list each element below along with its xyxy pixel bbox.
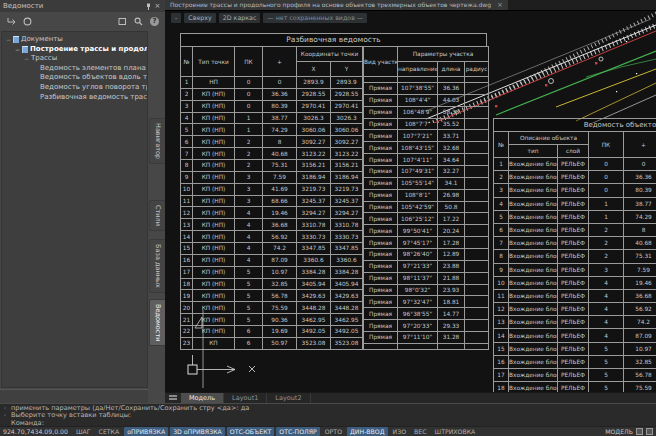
tree-item-label: Документы: [21, 35, 63, 45]
table-cell: 3: [589, 263, 624, 276]
table-cell: РЕЛЬЕФ: [558, 329, 589, 342]
status-toggle-ВЕС[interactable]: ВЕС: [411, 427, 429, 436]
layout-list-icon[interactable]: [165, 393, 181, 403]
table-row: 18КП (НП)532.853405.943405.94: [181, 278, 363, 290]
table-cell: [465, 94, 489, 106]
table-cell: 56.92: [624, 303, 656, 316]
table-cell: 17: [181, 266, 193, 278]
table-cell: КП (НП): [193, 243, 235, 255]
table-cell: 20: [181, 302, 193, 314]
pin-icon[interactable]: [144, 2, 153, 11]
help-icon[interactable]: ?: [150, 17, 159, 26]
tree-item[interactable]: Ведомость элементов плана трассы: [4, 64, 147, 74]
command-window[interactable]: ‹‹ применить параметры (да/Нет/Сохранить…: [0, 403, 656, 426]
col-header-pk: ПК: [235, 47, 263, 77]
document-close-icon[interactable]: ×: [497, 0, 503, 10]
status-toggle-ИЗО[interactable]: ИЗО: [390, 427, 409, 436]
status-toggle-ОРТО[interactable]: ОРТО: [322, 427, 345, 436]
search-icon[interactable]: [134, 17, 143, 26]
model-space-label[interactable]: МОДЕЛЬ: [605, 428, 633, 435]
table-row: 23КП650.973523.083523.08: [181, 337, 363, 349]
side-tab-Стили[interactable]: Стили: [149, 200, 165, 231]
table-cell: КП (НП): [193, 219, 235, 231]
tree-expander-icon[interactable]: −: [15, 45, 20, 55]
side-tab-Ведомости[interactable]: Ведомости: [149, 299, 165, 346]
table-row: 7Вхождение блокаРЕЛЬЕФ240.68: [494, 237, 656, 250]
table-cell: 17: [494, 369, 509, 382]
tree-item[interactable]: Разбивочная ведомость трассы: [4, 93, 147, 103]
layout-tab-Layout1[interactable]: Layout1: [224, 393, 267, 403]
table-cell: Прямая: [364, 94, 398, 106]
table-cell: 96°38'55": [398, 308, 438, 320]
back-arrow-icon[interactable]: [7, 17, 16, 26]
tree-item[interactable]: −Трассы: [4, 54, 147, 64]
status-toggle-оПРИВЯЗКА[interactable]: оПРИВЯЗКА: [124, 427, 168, 436]
table-cell: Прямая: [364, 130, 398, 142]
workspace-icon[interactable]: [636, 428, 643, 435]
viewport-control[interactable]: -: [171, 13, 181, 23]
table-cell: 2: [235, 136, 263, 148]
obj-col-layer: слой: [558, 145, 589, 158]
table-cell: 4: [235, 207, 263, 219]
table-cell: Вхождение блока: [509, 329, 558, 342]
table-cell: 7.59: [624, 263, 656, 276]
table-cell: 44.03: [438, 94, 465, 106]
status-toggle-ОТС-ОБЪЕКТ[interactable]: ОТС-ОБЪЕКТ: [227, 427, 275, 436]
layout-tab-Модель[interactable]: Модель: [181, 393, 224, 403]
tree-expander-icon[interactable]: −: [24, 54, 29, 64]
table-cell: 3294.27: [331, 207, 363, 219]
table-cell: 3219.73: [331, 183, 363, 195]
status-toggle-ОТС-ПОЛЯР[interactable]: ОТС-ПОЛЯР: [276, 427, 319, 436]
tree-expander-icon[interactable]: −: [6, 35, 11, 45]
viewport-control[interactable]: 2D каркас: [219, 13, 261, 23]
table-cell: 15: [494, 342, 509, 355]
table-cell: 0: [589, 184, 624, 197]
table-cell: РЕЛЬЕФ: [558, 263, 589, 276]
frame-icon[interactable]: [118, 17, 127, 26]
table-row: 12КП (НП)419.463294.273294.27: [181, 207, 363, 219]
tree-item[interactable]: −Документы: [4, 35, 147, 45]
table-row: 8КП (НП)275.313156.213156.21: [181, 160, 363, 172]
table-cell: 3462.95: [297, 314, 331, 326]
col-header-radius: радиус: [465, 62, 489, 77]
table-cell: Вхождение блока: [509, 289, 558, 302]
command-prompt[interactable]: Команда:: [11, 420, 654, 427]
table-cell: 36.36: [263, 88, 297, 100]
layout-table-segments: Вид участка Параметры участка направлени…: [363, 46, 489, 350]
table-row: 4КП (НП)138.773026.33026.3: [181, 112, 363, 124]
side-tab-База данных[interactable]: База данных: [149, 239, 165, 293]
close-panel-icon[interactable]: ×: [153, 2, 162, 11]
tree-item[interactable]: −Построение трассы и продольного про...: [4, 45, 147, 55]
drawing-canvas[interactable]: -Сверху2D каркас— нет сохраненных видов …: [165, 11, 656, 392]
settings-icon[interactable]: [646, 428, 653, 435]
table-row: 15Вхождение блокаРЕЛЬЕФ510.97: [494, 342, 656, 355]
status-toggle-3D оПРИВЯЗКА[interactable]: 3D оПРИВЯЗКА: [170, 427, 225, 436]
table-cell: 87.09: [263, 254, 297, 266]
table-cell: 20.24: [438, 225, 465, 237]
layout-tab-Layout2[interactable]: Layout2: [267, 393, 310, 403]
status-toggle-ШТРИХОВКА[interactable]: ШТРИХОВКА: [432, 427, 479, 436]
refresh-circle-icon[interactable]: [23, 17, 32, 26]
status-toggle-ШАГ[interactable]: ШАГ: [73, 427, 94, 436]
table-cell: 107°38'55": [398, 82, 438, 94]
table-cell: [465, 296, 489, 308]
viewport-control[interactable]: Сверху: [184, 13, 215, 23]
document-icon: [22, 46, 28, 53]
viewport-control[interactable]: — нет сохраненных видов —: [263, 13, 367, 23]
side-tab-Навигатор[interactable]: Навигатор: [149, 118, 165, 164]
status-toggle-СЕТКА[interactable]: СЕТКА: [96, 427, 123, 436]
segment-row: Прямая108°43'15"32.68: [364, 142, 489, 154]
table-cell: 4: [235, 219, 263, 231]
table-row: 21КП (НП)590.363462.953462.95: [181, 314, 363, 326]
table-cell: [465, 82, 489, 94]
table-cell: 36.36: [438, 82, 465, 94]
table-cell: 97°20'33": [398, 320, 438, 332]
document-tab[interactable]: Построение трассы и продольного профиля …: [165, 0, 508, 10]
table-cell: РЕЛЬЕФ: [558, 210, 589, 223]
tree-item[interactable]: Ведомость объектов вдоль трассы: [4, 73, 147, 83]
table-cell: 4: [235, 231, 263, 243]
table-cell: 14: [494, 329, 509, 342]
tree-item[interactable]: Ведомость углов поворота трассы: [4, 83, 147, 93]
status-toggle-ДИН-ВВОД[interactable]: ДИН-ВВОД: [347, 427, 388, 436]
table-cell: 11: [494, 289, 509, 302]
